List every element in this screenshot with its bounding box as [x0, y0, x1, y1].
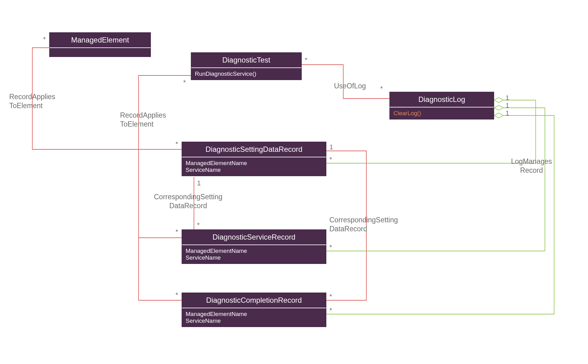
- class-attributes: ManagedElementName ServiceName: [182, 245, 326, 264]
- class-title: DiagnosticServiceRecord: [182, 230, 326, 245]
- class-attributes: ManagedElementName ServiceName: [182, 308, 326, 327]
- mult: *: [183, 79, 186, 87]
- assoc-label-corresponding-2: CorrespondingSetting DataRecord: [329, 216, 398, 233]
- class-diagnostic-log[interactable]: DiagnosticLog ClearLog(): [389, 92, 494, 119]
- class-title: DiagnosticLog: [390, 92, 494, 107]
- attr: ManagedElementName: [186, 311, 322, 317]
- mult: 1: [505, 94, 509, 102]
- class-service-record[interactable]: DiagnosticServiceRecord ManagedElementNa…: [182, 229, 326, 264]
- class-completion-record[interactable]: DiagnosticCompletionRecord ManagedElemen…: [182, 293, 326, 327]
- mult: 1: [505, 109, 509, 117]
- mult: 1: [197, 179, 201, 187]
- class-title: ManagedElement: [50, 33, 151, 48]
- mult: 1: [505, 102, 509, 110]
- mult: *: [175, 291, 178, 299]
- attr: ServiceName: [186, 167, 322, 173]
- class-title: DiagnosticCompletionRecord: [182, 293, 326, 308]
- assoc-label-corresponding-1: CorrespondingSetting DataRecord: [154, 192, 222, 210]
- class-operation: RunDiagnosticService(): [191, 68, 301, 80]
- assoc-label-record-applies-1: RecordApplies ToElement: [9, 92, 55, 110]
- assoc-label-log-manages: LogManages Record: [511, 157, 552, 175]
- class-title: DiagnosticTest: [191, 53, 301, 68]
- class-body-empty: [50, 48, 151, 57]
- mult: *: [43, 35, 46, 43]
- attr: ManagedElementName: [186, 248, 322, 254]
- assoc-label-record-applies-2: RecordApplies ToElement: [120, 111, 166, 129]
- mult: 1: [329, 143, 333, 151]
- class-operation: ClearLog(): [390, 107, 494, 119]
- mult: *: [380, 85, 383, 93]
- attr: ServiceName: [186, 254, 322, 261]
- uml-diagram-canvas: ManagedElement DiagnosticTest RunDiagnos…: [0, 0, 588, 364]
- mult: *: [175, 140, 178, 148]
- attr: ManagedElementName: [186, 160, 322, 167]
- mult: *: [329, 156, 332, 164]
- attr: ServiceName: [186, 317, 322, 324]
- assoc-label-use-of-log: UseOfLog: [334, 82, 366, 91]
- mult: *: [329, 243, 332, 251]
- mult: *: [329, 306, 332, 314]
- mult: *: [305, 56, 308, 64]
- class-diagnostic-test[interactable]: DiagnosticTest RunDiagnosticService(): [191, 52, 302, 80]
- class-attributes: ManagedElementName ServiceName: [182, 157, 326, 176]
- class-title: DiagnosticSettingDataRecord: [182, 142, 326, 157]
- mult: *: [329, 293, 332, 301]
- mult: *: [175, 228, 178, 236]
- mult: *: [197, 221, 200, 229]
- class-setting-data-record[interactable]: DiagnosticSettingDataRecord ManagedEleme…: [182, 142, 326, 176]
- class-managed-element[interactable]: ManagedElement: [49, 32, 151, 57]
